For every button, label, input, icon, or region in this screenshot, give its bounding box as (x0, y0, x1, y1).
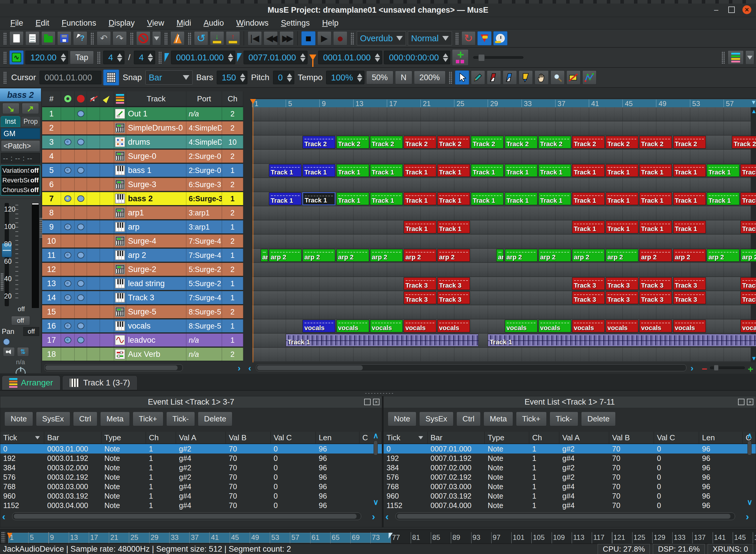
mute-indicator[interactable] (77, 294, 84, 301)
instrument-field[interactable]: GM (1, 128, 40, 139)
part-vocals[interactable]: vocals (505, 320, 538, 332)
off-cell[interactable] (87, 305, 100, 318)
part-arp-2[interactable]: arp 2 (303, 249, 335, 262)
event-button-tick[interactable]: Tick+ (516, 412, 547, 426)
off-cell[interactable] (87, 249, 100, 262)
tap-button[interactable]: Tap (70, 51, 94, 64)
scroll-up-icon[interactable]: ▲ (751, 108, 756, 115)
track-channel-cell[interactable]: 2 (222, 178, 243, 191)
event-row[interactable]: 11520003.04.000Note1g#470096 (0, 501, 382, 510)
part-vocals[interactable]: vocals (673, 320, 706, 332)
record-arm-cell[interactable] (61, 291, 74, 304)
track-row-bass-1[interactable]: 5bass 12:Surge-01 (42, 164, 243, 177)
track-port-cell[interactable]: 7:Surge-4 (186, 291, 222, 304)
track-row-vocals[interactable]: 16vocals8:Surge-51 (42, 320, 243, 333)
part-arp-2[interactable]: arp 2 (269, 249, 302, 262)
event-button-sysex[interactable]: SysEx (419, 412, 453, 426)
part-arp-2[interactable]: arp 2 (539, 249, 571, 262)
mute-indicator[interactable] (77, 196, 84, 202)
tab-editor[interactable]: Track 1 (3-7) (62, 375, 137, 390)
external-sync-button[interactable]: ↻ (461, 31, 475, 45)
time-spinbox[interactable]: 000:00:00:00 (384, 51, 450, 64)
patch-button[interactable]: <Patch> (1, 140, 40, 152)
event-col-val-c[interactable]: Val C (271, 432, 316, 443)
zoom-out-icon[interactable]: − (702, 364, 707, 375)
menu-edit[interactable]: Edit (30, 18, 56, 28)
part-track-2[interactable]: Track 2 (505, 136, 538, 149)
glue-tool-button[interactable] (519, 70, 533, 85)
rewind-start-button[interactable]: |◀ (248, 31, 262, 45)
part-track-3[interactable]: Track 3 (437, 277, 470, 290)
scroll-up-icon[interactable]: ∧ (747, 431, 752, 440)
eraser-tool-button[interactable] (487, 70, 501, 85)
part-vocals[interactable]: vocals (437, 320, 470, 332)
mute-cell[interactable] (74, 121, 87, 134)
cutter-tool-button[interactable] (503, 70, 517, 85)
record-arm-in-button[interactable]: ↘ (2, 103, 19, 114)
track-channel-cell[interactable]: 2 (222, 107, 243, 120)
metronome-button[interactable] (170, 31, 185, 45)
tab-arranger[interactable]: Arranger (2, 375, 60, 390)
toolbar-grip[interactable] (721, 51, 725, 64)
time-sig-numerator[interactable]: 4 (103, 51, 124, 64)
part-track-2[interactable]: Track 2 (337, 136, 369, 149)
track-name-cell[interactable]: leadvoc (126, 334, 186, 346)
part-track-1[interactable]: Track 1 (437, 164, 470, 177)
track-name-cell[interactable]: Surge-3 (126, 178, 186, 191)
event-col-val-a[interactable]: Val A (176, 432, 226, 443)
part-track-2[interactable]: Track 2 (370, 136, 403, 149)
track-port-cell[interactable]: 4:SimpleD (186, 135, 222, 149)
part-track-1[interactable]: Track 1 (673, 164, 706, 177)
part-track-1[interactable]: Track 1 (337, 192, 369, 205)
vscrollbar-thumb[interactable] (748, 441, 752, 455)
part-track-1[interactable]: Track 1 (437, 221, 470, 233)
event-col-type[interactable]: Type (485, 432, 529, 443)
track-channel-cell[interactable]: 1 (222, 291, 243, 304)
track-channel-cell[interactable]: 1 (222, 249, 243, 262)
event-row[interactable]: 5760003.02.192Note1g#270096 (0, 473, 382, 482)
part-track-1[interactable]: Track 1 (404, 192, 436, 205)
part-ar[interactable]: ar (496, 249, 504, 262)
track-port-cell[interactable]: n/a (186, 348, 222, 361)
part-vocals[interactable]: vocals (572, 320, 605, 332)
track-row-surge-3[interactable]: 6Surge-36:Surge-32 (42, 178, 243, 191)
track-name-cell[interactable]: Surge-5 (126, 305, 186, 318)
mute-indicator[interactable] (77, 337, 84, 343)
part-vocals[interactable]: vocals (639, 320, 672, 332)
event-col-ch[interactable]: Ch (529, 432, 559, 443)
event-button-note[interactable]: Note (388, 412, 416, 426)
mute-indicator[interactable] (77, 280, 84, 287)
global-tempo-spinbox[interactable]: 100% (326, 71, 364, 84)
track-channel-cell[interactable]: 2 (222, 305, 243, 318)
tracklist-splitter[interactable] (1, 273, 4, 290)
save-button[interactable] (57, 31, 71, 45)
mute-cell[interactable] (74, 220, 87, 233)
menu-file[interactable]: File (4, 18, 30, 28)
tempo-master-button[interactable]: ∿ (9, 50, 23, 64)
off-cell[interactable] (87, 334, 100, 346)
event-col-len[interactable]: Len (699, 432, 743, 443)
track-colors-dropdown[interactable] (745, 50, 754, 64)
toolbar-grip[interactable] (350, 32, 354, 45)
track-row-drums[interactable]: 3drums4:SimpleD10 (42, 135, 243, 149)
scroll-right-icon[interactable]: › (238, 363, 241, 373)
part-track-1[interactable]: Track 1 (404, 221, 436, 233)
slider-thumb[interactable] (714, 365, 718, 371)
part-track-2[interactable]: Track 2 (539, 136, 571, 149)
track-channel-cell[interactable]: 2 (222, 234, 243, 247)
pitch-spinbox[interactable]: 0 (273, 71, 294, 84)
solo-cell[interactable] (100, 334, 114, 346)
off-cell[interactable] (87, 220, 100, 233)
event-button-delete[interactable]: Delete (581, 412, 616, 426)
left-marker-spinbox[interactable]: 0001.01.000 (171, 51, 235, 64)
off-cell[interactable] (87, 178, 100, 191)
solo-cell[interactable] (100, 320, 114, 332)
event-hscrollbar[interactable] (395, 512, 735, 520)
off-cell[interactable] (87, 107, 100, 120)
menu-settings[interactable]: Settings (275, 18, 316, 28)
record-arm-out-button[interactable]: ↗ (22, 103, 39, 114)
solo-cell[interactable] (100, 164, 114, 177)
part-arp-2[interactable]: arp 2 (370, 249, 403, 262)
menu-view[interactable]: View (141, 18, 170, 28)
scrollbar-thumb[interactable] (45, 365, 178, 371)
